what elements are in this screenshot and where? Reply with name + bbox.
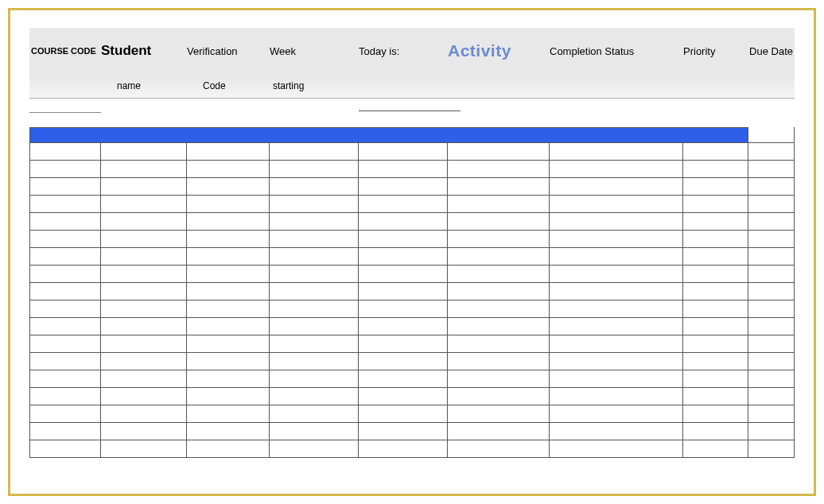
table-cell[interactable]	[270, 266, 359, 282]
table-cell[interactable]	[359, 161, 448, 177]
table-cell[interactable]	[748, 283, 795, 300]
table-cell[interactable]	[683, 388, 748, 405]
table-cell[interactable]	[550, 231, 683, 247]
table-cell[interactable]	[448, 300, 550, 317]
table-cell[interactable]	[448, 213, 550, 230]
table-cell[interactable]	[359, 266, 448, 282]
table-cell[interactable]	[29, 405, 101, 422]
table-cell[interactable]	[683, 440, 748, 457]
table-cell[interactable]	[29, 423, 101, 440]
table-cell[interactable]	[29, 213, 101, 230]
table-cell[interactable]	[748, 231, 795, 247]
table-cell[interactable]	[448, 143, 550, 160]
table-cell[interactable]	[550, 248, 683, 265]
table-cell[interactable]	[359, 405, 448, 422]
input-cell-verification[interactable]	[187, 99, 270, 113]
table-cell[interactable]	[359, 335, 448, 352]
table-cell[interactable]	[550, 353, 683, 370]
table-cell[interactable]	[187, 388, 270, 405]
table-cell[interactable]	[270, 300, 359, 317]
table-cell[interactable]	[29, 143, 101, 160]
table-cell[interactable]	[187, 248, 270, 265]
table-cell[interactable]	[187, 300, 270, 317]
table-cell[interactable]	[187, 231, 270, 247]
table-cell[interactable]	[29, 353, 101, 370]
table-cell[interactable]	[29, 231, 101, 247]
table-cell[interactable]	[748, 300, 795, 317]
table-cell[interactable]	[550, 283, 683, 300]
table-cell[interactable]	[683, 353, 748, 370]
table-cell[interactable]	[359, 353, 448, 370]
table-cell[interactable]	[359, 213, 448, 230]
table-cell[interactable]	[748, 196, 795, 212]
table-cell[interactable]	[270, 440, 359, 457]
table-cell[interactable]	[359, 370, 448, 387]
table-cell[interactable]	[448, 370, 550, 387]
table-cell[interactable]	[270, 283, 359, 300]
table-cell[interactable]	[270, 370, 359, 387]
table-cell[interactable]	[101, 143, 187, 160]
table-cell[interactable]	[683, 283, 748, 300]
input-cell-activity[interactable]	[448, 99, 550, 113]
table-cell[interactable]	[187, 353, 270, 370]
table-cell[interactable]	[29, 196, 101, 212]
table-cell[interactable]	[448, 353, 550, 370]
table-cell[interactable]	[448, 335, 550, 352]
input-cell-week[interactable]	[270, 99, 359, 113]
table-cell[interactable]	[270, 353, 359, 370]
table-cell[interactable]	[550, 423, 683, 440]
table-cell[interactable]	[448, 423, 550, 440]
table-cell[interactable]	[748, 161, 795, 177]
table-cell[interactable]	[748, 353, 795, 370]
table-cell[interactable]	[550, 318, 683, 335]
table-cell[interactable]	[683, 143, 748, 160]
table-cell[interactable]	[748, 266, 795, 282]
table-cell[interactable]	[270, 335, 359, 352]
table-cell[interactable]	[448, 196, 550, 212]
table-cell[interactable]	[101, 266, 187, 282]
table-cell[interactable]	[270, 143, 359, 160]
table-cell[interactable]	[359, 388, 448, 405]
table-cell[interactable]	[359, 318, 448, 335]
table-cell[interactable]	[683, 196, 748, 212]
table-cell[interactable]	[359, 231, 448, 247]
table-cell[interactable]	[187, 318, 270, 335]
table-cell[interactable]	[683, 178, 748, 195]
table-cell[interactable]	[359, 196, 448, 212]
table-cell[interactable]	[270, 388, 359, 405]
input-cell-completion[interactable]	[550, 99, 683, 113]
table-cell[interactable]	[187, 440, 270, 457]
table-cell[interactable]	[448, 318, 550, 335]
input-cell-course[interactable]	[29, 99, 101, 113]
table-cell[interactable]	[187, 266, 270, 282]
input-cell-student[interactable]	[101, 99, 187, 113]
table-cell[interactable]	[29, 283, 101, 300]
table-cell[interactable]	[101, 370, 187, 387]
table-cell[interactable]	[748, 440, 795, 457]
table-cell[interactable]	[29, 318, 101, 335]
table-cell[interactable]	[270, 161, 359, 177]
table-cell[interactable]	[683, 231, 748, 247]
table-cell[interactable]	[448, 178, 550, 195]
table-cell[interactable]	[748, 213, 795, 230]
table-cell[interactable]	[683, 405, 748, 422]
table-cell[interactable]	[270, 213, 359, 230]
input-cell-today[interactable]	[359, 99, 448, 113]
table-cell[interactable]	[29, 300, 101, 317]
table-cell[interactable]	[29, 440, 101, 457]
table-cell[interactable]	[359, 248, 448, 265]
table-cell[interactable]	[550, 143, 683, 160]
table-cell[interactable]	[550, 300, 683, 317]
table-cell[interactable]	[550, 161, 683, 177]
table-cell[interactable]	[683, 423, 748, 440]
table-cell[interactable]	[29, 370, 101, 387]
table-cell[interactable]	[270, 178, 359, 195]
table-cell[interactable]	[270, 248, 359, 265]
table-cell[interactable]	[187, 196, 270, 212]
table-cell[interactable]	[448, 248, 550, 265]
table-cell[interactable]	[187, 213, 270, 230]
table-cell[interactable]	[101, 353, 187, 370]
table-cell[interactable]	[359, 143, 448, 160]
table-cell[interactable]	[448, 388, 550, 405]
table-cell[interactable]	[101, 300, 187, 317]
